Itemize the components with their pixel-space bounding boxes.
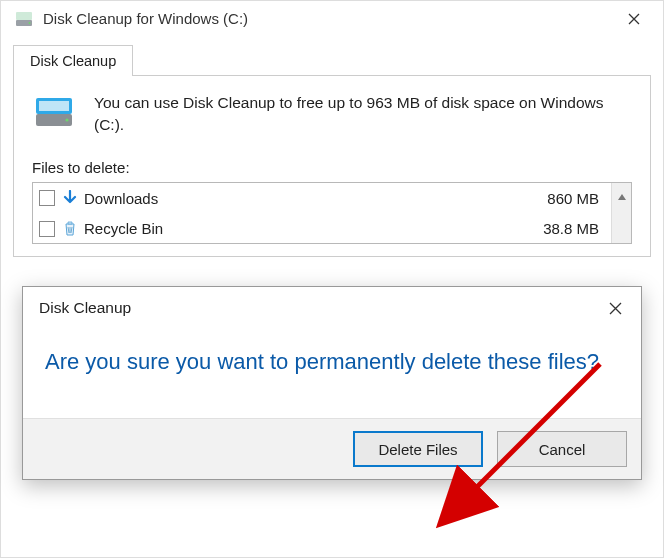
scroll-up-icon[interactable] bbox=[612, 183, 631, 211]
drive-large-icon bbox=[32, 92, 78, 132]
file-name: Downloads bbox=[84, 190, 547, 207]
dialog-titlebar: Disk Cleanup bbox=[23, 287, 641, 329]
svg-point-2 bbox=[29, 22, 31, 24]
dialog-body: Are you sure you want to permanently del… bbox=[23, 329, 641, 418]
svg-rect-5 bbox=[39, 101, 69, 111]
file-size: 38.8 MB bbox=[543, 220, 605, 237]
close-button[interactable] bbox=[611, 4, 657, 34]
dialog-button-row: Delete Files Cancel bbox=[23, 418, 641, 479]
confirm-dialog: Disk Cleanup Are you sure you want to pe… bbox=[22, 286, 642, 480]
list-item[interactable]: Downloads 860 MB bbox=[33, 183, 611, 213]
delete-files-button[interactable]: Delete Files bbox=[353, 431, 483, 467]
tab-disk-cleanup[interactable]: Disk Cleanup bbox=[13, 45, 133, 76]
tab-strip: Disk Cleanup bbox=[13, 44, 663, 75]
list-item[interactable]: Recycle Bin 38.8 MB bbox=[33, 213, 611, 243]
info-row: You can use Disk Cleanup to free up to 9… bbox=[32, 92, 632, 135]
window-title: Disk Cleanup for Windows (C:) bbox=[43, 10, 611, 27]
file-size: 860 MB bbox=[547, 190, 605, 207]
svg-rect-1 bbox=[16, 12, 32, 20]
files-to-delete-label: Files to delete: bbox=[32, 159, 632, 176]
download-arrow-icon bbox=[61, 189, 79, 207]
svg-point-6 bbox=[65, 118, 68, 121]
cancel-button[interactable]: Cancel bbox=[497, 431, 627, 467]
dialog-title: Disk Cleanup bbox=[39, 299, 593, 317]
drive-icon bbox=[13, 8, 35, 30]
info-text: You can use Disk Cleanup to free up to 9… bbox=[94, 92, 632, 135]
dialog-message: Are you sure you want to permanently del… bbox=[45, 345, 619, 378]
files-listbox[interactable]: Downloads 860 MB Recycle Bin 38.8 MB bbox=[32, 182, 632, 244]
file-rows: Downloads 860 MB Recycle Bin 38.8 MB bbox=[33, 183, 611, 243]
recycle-bin-icon bbox=[61, 220, 79, 238]
tab-panel: You can use Disk Cleanup to free up to 9… bbox=[13, 75, 651, 257]
scrollbar[interactable] bbox=[611, 183, 631, 243]
dialog-close-button[interactable] bbox=[593, 293, 637, 323]
checkbox[interactable] bbox=[39, 221, 55, 237]
file-name: Recycle Bin bbox=[84, 220, 543, 237]
checkbox[interactable] bbox=[39, 190, 55, 206]
titlebar: Disk Cleanup for Windows (C:) bbox=[1, 1, 663, 36]
